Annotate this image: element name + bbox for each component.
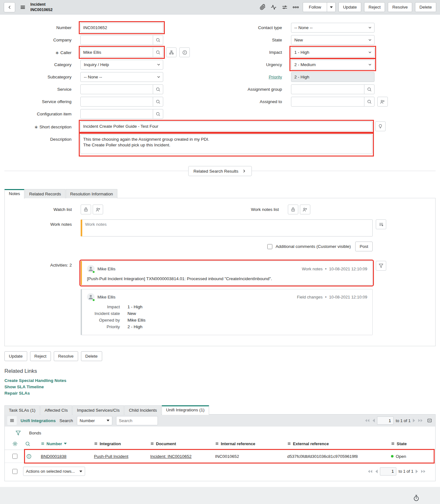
assigned-to-lookup-button[interactable] [364, 97, 375, 107]
post-button[interactable]: Post [355, 242, 373, 251]
activity-filter-button[interactable] [376, 261, 386, 271]
list-personalize-button[interactable] [12, 441, 18, 446]
document-link[interactable]: Incident: INC0010652 [150, 454, 192, 459]
column-header-document[interactable]: Document [150, 441, 215, 446]
page-number-input[interactable] [380, 467, 396, 476]
activity-entry-work-notes: Mike Ellis Work notes • 10-08-2021 12:10… [81, 261, 373, 285]
actions-on-selected-rows-select[interactable]: Actions on selected rows... [23, 467, 85, 476]
attachment-button[interactable] [259, 3, 267, 11]
toggle-activity-stream-button[interactable] [376, 219, 386, 229]
additional-comments-checkbox[interactable] [267, 244, 272, 249]
column-header-internal-reference[interactable]: Internal reference [215, 441, 287, 446]
collapse-list-button[interactable] [426, 418, 433, 423]
follow-dropdown-button[interactable] [327, 2, 336, 12]
caller-preview-button[interactable] [179, 47, 190, 57]
link-repair-slas[interactable]: Repair SLAs [4, 391, 436, 396]
tab-impacted-services[interactable]: Impacted Services/CIs [72, 405, 124, 415]
work-notes-textarea[interactable] [81, 219, 373, 237]
reject-button-footer[interactable]: Reject [30, 351, 51, 361]
tab-unifi-integrations[interactable]: Unifi Integrations (1) [162, 405, 209, 415]
search-column-select[interactable]: Number [77, 416, 112, 425]
link-show-sla-timeline[interactable]: Show SLA Timeline [4, 384, 436, 389]
tab-child-incidents[interactable]: Child Incidents [124, 405, 161, 415]
watch-list-add-me-button[interactable] [93, 205, 103, 214]
last-page-button[interactable] [418, 419, 423, 422]
contact-type-select[interactable]: -- None -- [291, 23, 375, 33]
category-select[interactable]: Inquiry / Help [80, 60, 163, 70]
service-input[interactable] [80, 84, 153, 94]
more-options-button[interactable] [292, 5, 300, 9]
delete-button-header[interactable]: Delete [415, 2, 436, 12]
configuration-item-lookup-button[interactable] [153, 109, 163, 119]
tab-task-slas[interactable]: Task SLAs (1) [4, 405, 40, 415]
list-context-menu-button[interactable] [7, 416, 17, 425]
related-search-results-button[interactable]: Related Search Results [188, 166, 252, 176]
next-page-button[interactable] [413, 419, 416, 422]
form-context-menu-button[interactable] [18, 3, 27, 11]
state-select[interactable]: New [291, 35, 375, 45]
resolve-button-header[interactable]: Resolve [388, 2, 412, 12]
update-button-header[interactable]: Update [338, 2, 361, 12]
column-header-integration[interactable]: Integration [94, 441, 150, 446]
company-input[interactable] [80, 35, 153, 45]
list-search-input[interactable] [116, 416, 158, 425]
resolve-button-footer[interactable]: Resolve [54, 351, 78, 361]
tab-resolution-information[interactable]: Resolution Information [66, 189, 117, 198]
description-textarea[interactable]: This time choosing again the Assignment … [80, 134, 372, 154]
update-button-footer[interactable]: Update [4, 351, 27, 361]
delete-button-footer[interactable]: Delete [81, 351, 102, 361]
tab-affected-cis[interactable]: Affected CIs [40, 405, 72, 415]
urgency-select[interactable]: 2 - Medium [291, 60, 375, 70]
personalize-form-button[interactable] [270, 3, 278, 11]
reject-button-header[interactable]: Reject [364, 2, 385, 12]
external-reference-cell: d537fc0fdbfd301036c81c97059619f8 [287, 454, 391, 459]
follow-button[interactable]: Follow [303, 2, 327, 12]
column-header-number[interactable]: Number [41, 441, 94, 446]
configuration-item-input[interactable] [80, 109, 153, 119]
form-settings-button[interactable] [281, 3, 289, 11]
row-select-checkbox[interactable] [12, 454, 17, 459]
activities-section: Activities: 2 Mike Ellis Work notes • 10… [8, 261, 432, 335]
caller-input[interactable] [80, 47, 153, 57]
assign-to-me-button[interactable] [377, 97, 388, 107]
filter-funnel-icon[interactable] [15, 430, 21, 436]
priority-link[interactable]: Priority [269, 75, 282, 79]
link-create-special-handling-notes[interactable]: Create Special Handling Notes [4, 378, 436, 383]
suggestion-button[interactable] [375, 121, 386, 131]
impact-select[interactable]: 1 - High [291, 47, 375, 57]
number-input[interactable] [80, 23, 163, 33]
work-notes-list-lock-button[interactable] [288, 205, 298, 214]
watch-list-lock-button[interactable] [81, 205, 91, 214]
caller-related-records-button[interactable] [166, 47, 177, 57]
assignment-group-lookup-button[interactable] [364, 84, 375, 94]
service-lookup-button[interactable] [153, 84, 163, 94]
select-all-checkbox[interactable] [12, 469, 17, 474]
list-search-row-button[interactable] [25, 441, 30, 446]
assigned-to-input[interactable] [291, 97, 364, 107]
first-page-button[interactable] [368, 470, 373, 473]
response-time-button[interactable] [411, 494, 422, 502]
assignment-group-input[interactable] [291, 84, 364, 94]
column-header-state[interactable]: State [391, 441, 434, 446]
caller-lookup-button[interactable] [153, 47, 163, 57]
tab-related-records[interactable]: Related Records [25, 189, 65, 198]
previous-page-button[interactable] [372, 419, 375, 422]
next-page-button[interactable] [416, 470, 418, 473]
caret-down-icon [330, 6, 333, 8]
company-lookup-button[interactable] [153, 35, 163, 45]
integration-link[interactable]: Push-Pull Incident [94, 454, 128, 459]
bond-number-link[interactable]: BND0001838 [41, 454, 66, 459]
last-page-button[interactable] [421, 470, 426, 473]
previous-page-button[interactable] [375, 470, 378, 473]
back-button[interactable] [4, 2, 15, 12]
page-number-input[interactable] [377, 416, 394, 425]
work-notes-list-add-me-button[interactable] [300, 205, 310, 214]
service-offering-input[interactable] [80, 97, 153, 107]
service-offering-lookup-button[interactable] [153, 97, 163, 107]
tab-notes[interactable]: Notes [4, 189, 24, 199]
first-page-button[interactable] [365, 419, 370, 422]
short-description-input[interactable] [80, 121, 372, 131]
column-header-external-reference[interactable]: External reference [287, 441, 391, 446]
subcategory-select[interactable]: -- None -- [80, 72, 163, 82]
row-preview-button[interactable] [26, 454, 32, 459]
